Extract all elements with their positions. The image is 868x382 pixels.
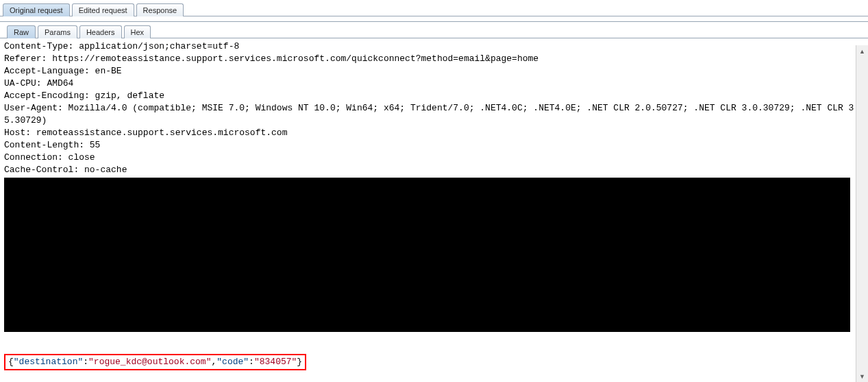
sub-tab-bar: Raw Params Headers Hex (0, 21, 868, 38)
json-key-destination: "destination" (14, 357, 83, 367)
vertical-scrollbar[interactable]: ▲ ▼ (856, 45, 868, 382)
header-line: Accept-Encoding: gzip, deflate (4, 91, 164, 101)
top-tab-bar: Original request Edited request Response (0, 0, 868, 16)
header-line: UA-CPU: AMD64 (4, 78, 73, 88)
scroll-up-icon[interactable]: ▲ (857, 45, 867, 57)
json-key-code: "code" (216, 357, 249, 367)
subtab-headers[interactable]: Headers (79, 25, 122, 38)
tab-response[interactable]: Response (136, 3, 184, 16)
subtab-hex[interactable]: Hex (124, 25, 151, 38)
header-line: User-Agent: Mozilla/4.0 (compatible; MSI… (4, 103, 859, 126)
json-open-brace: { (8, 357, 14, 367)
tab-original-request[interactable]: Original request (3, 3, 70, 16)
redacted-line (4, 333, 864, 346)
header-line: Content-Type: application/json;charset=u… (4, 41, 239, 51)
header-line: Host: remoteassistance.support.services.… (4, 128, 287, 138)
header-line: Referer: https://remoteassistance.suppor… (4, 53, 538, 64)
raw-content-viewer[interactable]: Content-Type: application/json;charset=u… (0, 38, 868, 375)
tab-edited-request[interactable]: Edited request (72, 3, 134, 16)
header-line: Content-Length: 55 (4, 140, 100, 150)
json-value-code: "834057" (254, 357, 297, 367)
request-body-highlight: {"destination":"rogue_kdc@outlook.com","… (4, 354, 306, 370)
subtab-params[interactable]: Params (38, 25, 77, 38)
json-value-destination: "rogue_kdc@outlook.com" (88, 357, 211, 367)
header-line: Connection: close (4, 152, 95, 163)
json-close-brace: } (297, 357, 302, 367)
subtab-raw[interactable]: Raw (7, 25, 36, 38)
redacted-block (4, 178, 850, 332)
scroll-down-icon[interactable]: ▼ (857, 370, 867, 382)
header-line: Cache-Control: no-cache (4, 165, 127, 175)
header-line: Accept-Language: en-BE (4, 66, 122, 76)
